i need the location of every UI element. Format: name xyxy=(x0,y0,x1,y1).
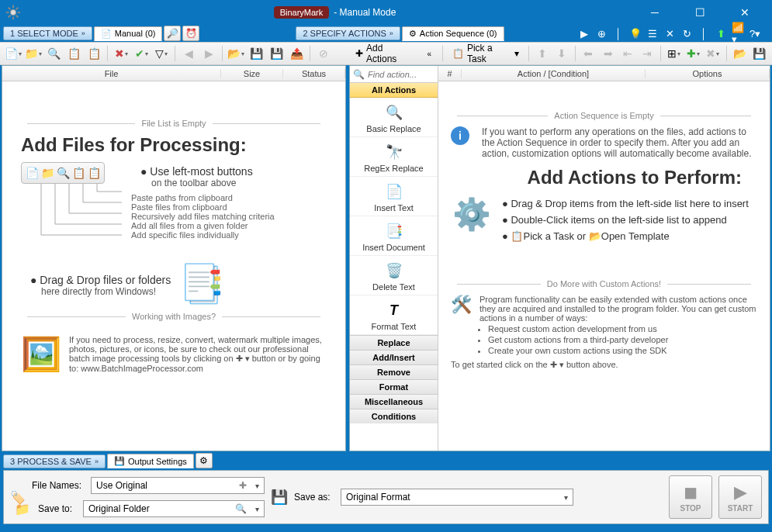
help-icon[interactable]: ?▾ xyxy=(749,27,761,40)
target-icon[interactable]: ⊕ xyxy=(595,27,608,40)
redo-all-button[interactable]: ⇥ xyxy=(639,45,656,62)
svg-point-0 xyxy=(10,9,16,15)
add-action-button[interactable]: ✚ xyxy=(685,45,701,62)
saveto-label: Save to: xyxy=(38,503,78,514)
hint-1: Paste paths from clipboard xyxy=(131,193,275,202)
category-all-actions[interactable]: All Actions xyxy=(350,83,438,98)
col-options[interactable]: Options xyxy=(646,69,770,78)
action-basic-replace[interactable]: 🔍Basic Replace xyxy=(350,98,438,137)
file-list-pane: File Size Status File List is Empty Add … xyxy=(2,65,346,451)
col-action[interactable]: Action / [Condition] xyxy=(462,69,646,78)
action-format-text[interactable]: TFormat Text xyxy=(350,295,438,335)
category-replace[interactable]: Replace xyxy=(350,335,438,350)
list-icon[interactable]: ☰ xyxy=(646,27,659,40)
sequence-columns: # Action / [Condition] Options xyxy=(438,66,770,81)
remove-button[interactable]: ✖ xyxy=(113,45,130,62)
add-recursive-button[interactable]: 🔍 xyxy=(45,45,62,62)
saveto-value: Original Folder xyxy=(88,503,150,514)
svg-line-8 xyxy=(16,8,19,10)
col-num[interactable]: # xyxy=(438,69,462,78)
minimize-button[interactable]: ─ xyxy=(642,3,668,22)
remove-action-button[interactable]: ✖ xyxy=(704,45,721,62)
upload-icon[interactable]: ⬆ xyxy=(715,27,727,40)
saveas-list-button[interactable]: 💾 xyxy=(268,45,285,62)
open-template-button[interactable]: 📂 xyxy=(732,45,748,62)
bottom-area: 3 PROCESS & SAVE» 💾Output Settings ⚙ 🏷️ … xyxy=(0,451,772,526)
tab-action-sequence[interactable]: ⚙Action Sequence (0) xyxy=(402,26,504,41)
nav-next-button[interactable]: ▶ xyxy=(200,45,217,62)
seq-b3a: Pick a Task or xyxy=(523,230,588,242)
saveto-select[interactable]: Original Folder🔍 xyxy=(83,500,265,517)
action-insert-document[interactable]: 📑Insert Document xyxy=(350,216,438,256)
save-template-button[interactable]: 💾 xyxy=(751,45,767,62)
tab-output-settings[interactable]: 💾Output Settings xyxy=(107,454,194,468)
action-search-input[interactable] xyxy=(368,70,438,79)
add-file-button[interactable]: 📄 xyxy=(5,45,22,62)
mini-paste2-icon: 📋 xyxy=(87,166,101,180)
category-add-insert[interactable]: Add/Insert xyxy=(350,350,438,364)
cancel-button[interactable]: ⊘ xyxy=(315,45,332,62)
action-delete-text[interactable]: 🗑️Delete Text xyxy=(350,256,438,295)
saveas-select[interactable]: Original Format xyxy=(341,489,573,506)
bulb-icon[interactable]: 💡 xyxy=(629,27,642,40)
add-folder-button[interactable]: 📁 xyxy=(25,45,42,62)
action-label: Insert Text xyxy=(351,203,436,212)
filter-button[interactable]: ▽ xyxy=(153,45,170,62)
pick-task-button[interactable]: 📋Pick a Task▾ xyxy=(448,41,524,66)
advanced-output-icon[interactable]: ⚙ xyxy=(196,453,213,468)
category-misc[interactable]: Miscellaneous xyxy=(350,394,438,409)
stop-button[interactable]: ◼STOP xyxy=(669,475,712,519)
col-status[interactable]: Status xyxy=(283,69,345,78)
step-2-specify-actions[interactable]: 2 SPECIFY ACTIONS» xyxy=(296,26,400,40)
action-regex-replace[interactable]: 🔭RegEx Replace xyxy=(350,137,438,177)
col-file[interactable]: File xyxy=(2,69,221,78)
action-insert-text[interactable]: 📄Insert Text xyxy=(350,177,438,216)
collapse-button[interactable]: « xyxy=(421,45,438,62)
titlebar: BinaryMark - Manual Mode ─ ☐ ✕ xyxy=(0,0,772,25)
run-icon[interactable]: ▶ xyxy=(578,27,590,40)
move-up-button[interactable]: ⬆ xyxy=(534,45,550,62)
action-catalog: 🔍 ✖ All Actions 🔍Basic Replace 🔭RegEx Re… xyxy=(350,66,438,451)
filenames-select[interactable]: Use Original✚ xyxy=(91,477,265,494)
category-format[interactable]: Format xyxy=(350,379,438,394)
tools-icon[interactable]: ✕ xyxy=(663,27,676,40)
saveas-label: Save as: xyxy=(294,492,334,503)
open-list-button[interactable]: 📂 xyxy=(227,45,244,62)
gears-illustration: ⚙️ xyxy=(451,193,493,235)
monitor-tab-icon[interactable]: 🔎 xyxy=(164,26,181,41)
start-button[interactable]: ▶START xyxy=(718,475,762,519)
save-list-button[interactable]: 💾 xyxy=(248,45,265,62)
export-button[interactable]: 📤 xyxy=(288,45,305,62)
tab-manual[interactable]: 📄Manual (0) xyxy=(94,26,163,41)
sep-icon: │ xyxy=(612,27,625,40)
paste-paths-button[interactable]: 📋 xyxy=(85,45,102,62)
col-size[interactable]: Size xyxy=(221,69,283,78)
close-button[interactable]: ✕ xyxy=(732,3,758,22)
redo-button[interactable]: ➡ xyxy=(600,45,616,62)
check-button[interactable]: ✔ xyxy=(133,45,150,62)
nav-prev-button[interactable]: ◀ xyxy=(180,45,197,62)
move-down-button[interactable]: ⬇ xyxy=(554,45,570,62)
add-actions-heading: Add Actions to Perform: xyxy=(451,167,757,188)
category-remove[interactable]: Remove xyxy=(350,364,438,379)
disk-icon: 💾 xyxy=(271,489,288,506)
undo-all-button[interactable]: ⇤ xyxy=(619,45,635,62)
view-button[interactable]: ⊞ xyxy=(666,45,682,62)
refresh-icon[interactable]: ↻ xyxy=(680,27,693,40)
brand-badge: BinaryMark xyxy=(274,6,330,19)
wifi-icon[interactable]: 📶▾ xyxy=(732,27,744,40)
settings-gear-icon[interactable] xyxy=(5,4,22,21)
step-1-select-mode[interactable]: 1 SELECT MODE» xyxy=(3,26,92,40)
add-actions-button[interactable]: ✚Add Actions xyxy=(351,41,418,66)
undo-button[interactable]: ⬅ xyxy=(580,45,597,62)
paste-files-button[interactable]: 📋 xyxy=(65,45,82,62)
documents-illustration: 📑 xyxy=(178,261,225,306)
top-icon-bar: ▶ ⊕ │ 💡 ☰ ✕ ↻ │ ⬆ 📶▾ ?▾ xyxy=(578,27,769,40)
search-small-icon: 🔍 xyxy=(235,503,247,514)
category-conditions[interactable]: Conditions xyxy=(350,409,438,423)
step-3-process-save[interactable]: 3 PROCESS & SAVE» xyxy=(3,454,106,468)
maximize-button[interactable]: ☐ xyxy=(687,3,713,22)
more-item-2: Get custom actions from a third-party de… xyxy=(488,335,757,344)
schedule-tab-icon[interactable]: ⏰ xyxy=(182,26,199,41)
file-toolbar: 📄 📁 🔍 📋 📋 ✖ ✔ ▽ ◀ ▶ 📂 💾 💾 📤 ⊘ xyxy=(0,42,346,65)
